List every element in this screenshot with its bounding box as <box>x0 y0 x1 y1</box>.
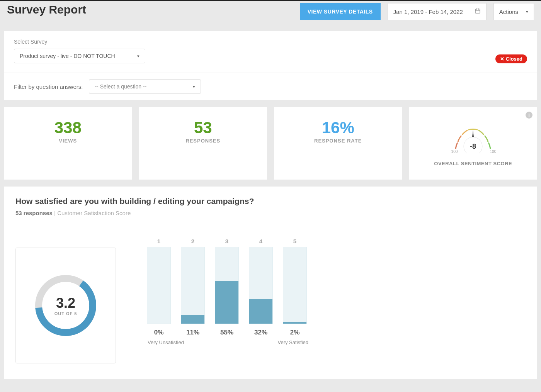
filter-label: Filter by question answers: <box>14 83 83 90</box>
close-icon: ✕ <box>500 56 504 62</box>
bar-fill <box>249 299 272 324</box>
views-label: VIEWS <box>8 138 128 144</box>
view-survey-details-button[interactable]: VIEW SURVEY DETAILS <box>300 3 381 20</box>
chevron-down-icon: ▾ <box>526 9 528 14</box>
bar-col: 211% <box>181 238 205 336</box>
bar-track <box>249 247 273 324</box>
svg-marker-5 <box>472 130 474 137</box>
bar-col: 10% <box>147 238 171 336</box>
satisfaction-bar-chart: 10%211%355%432%52% Very Unsatisfied Very… <box>147 248 317 363</box>
bar-value: 11% <box>186 329 199 336</box>
axis-left-label: Very Unsatisfied <box>148 339 184 345</box>
metric-response-rate: 16% RESPONSE RATE <box>274 107 402 180</box>
score-value: 3.2 <box>56 295 75 311</box>
bar-track <box>181 247 205 324</box>
bar-value: 55% <box>220 329 233 336</box>
calendar-icon <box>475 8 481 15</box>
bar-category: 3 <box>225 238 228 244</box>
score-card: 3.2 OUT OF 5 <box>15 248 116 363</box>
sentiment-label: OVERALL SENTIMENT SCORE <box>434 161 512 166</box>
rate-label: RESPONSE RATE <box>278 138 398 144</box>
sentiment-max: 100 <box>490 149 497 154</box>
filter-question-dropdown[interactable]: -- Select a question -- ▾ <box>89 79 201 94</box>
info-icon[interactable]: i <box>526 112 532 119</box>
bar-value: 32% <box>254 329 267 336</box>
svg-rect-0 <box>475 9 480 13</box>
bar-category: 2 <box>191 238 194 244</box>
bar-track <box>147 247 171 324</box>
select-survey-label: Select Survey <box>14 39 145 45</box>
sentiment-gauge: -8 <box>450 119 496 153</box>
bar-value: 2% <box>290 329 300 336</box>
responses-label: RESPONSES <box>143 138 264 144</box>
select-survey-dropdown[interactable]: Product survey - live - DO NOT TOUCH ▾ <box>14 49 145 63</box>
actions-dropdown[interactable]: Actions ▾ <box>493 3 534 20</box>
chevron-down-icon: ▾ <box>137 54 140 59</box>
select-survey-value: Product survey - live - DO NOT TOUCH <box>20 53 115 59</box>
bar-track <box>215 247 239 324</box>
status-text: Closed <box>506 56 522 62</box>
date-range-text: Jan 1, 2019 - Feb 14, 2022 <box>393 8 463 15</box>
question-type: Customer Satisfaction Score <box>57 210 131 216</box>
views-value: 338 <box>8 119 128 137</box>
score-outof: OUT OF 5 <box>54 311 77 316</box>
sentiment-value: -8 <box>470 143 476 150</box>
bar-value: 0% <box>154 329 164 336</box>
metric-views: 338 VIEWS <box>4 107 132 180</box>
metric-responses: 53 RESPONSES <box>139 107 267 180</box>
metric-sentiment: i -8 <box>409 107 538 180</box>
rate-value: 16% <box>278 119 398 137</box>
chevron-down-icon: ▾ <box>193 84 195 89</box>
bar-category: 4 <box>259 238 262 244</box>
bar-category: 5 <box>293 238 296 244</box>
page-title: Survey Report <box>7 3 293 16</box>
axis-right-label: Very Satisfied <box>278 339 309 345</box>
responses-value: 53 <box>143 119 264 137</box>
bar-fill <box>181 315 204 324</box>
bar-col: 355% <box>215 238 239 336</box>
bar-fill <box>215 281 238 324</box>
date-range-picker[interactable]: Jan 1, 2019 - Feb 14, 2022 <box>388 3 487 20</box>
bar-col: 432% <box>249 238 273 336</box>
bar-col: 52% <box>283 238 307 336</box>
filter-placeholder: -- Select a question -- <box>95 83 146 90</box>
bar-fill <box>283 322 306 324</box>
question-title: How satisfied are you with building / ed… <box>15 197 526 206</box>
sentiment-min: -100 <box>450 149 458 154</box>
question-responses: 53 responses <box>15 210 53 216</box>
status-badge: ✕ Closed <box>495 54 527 63</box>
actions-label: Actions <box>499 8 518 15</box>
bar-track <box>283 247 307 324</box>
bar-category: 1 <box>157 238 160 244</box>
separator: | <box>54 210 57 216</box>
